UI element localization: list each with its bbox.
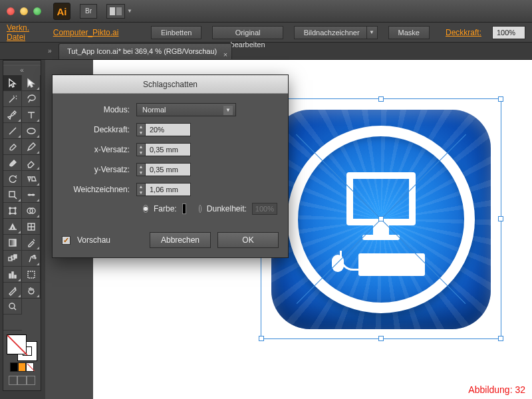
- pencil-tool[interactable]: [22, 139, 41, 155]
- mode-select[interactable]: Normal ▼: [136, 103, 236, 116]
- blend-tool[interactable]: [3, 251, 22, 267]
- selection-bounding-box[interactable]: [261, 98, 501, 339]
- mask-button[interactable]: Maske: [388, 26, 430, 39]
- draw-normal-icon[interactable]: [9, 376, 17, 385]
- image-trace-dropdown[interactable]: ▼: [367, 26, 378, 39]
- preview-checkbox[interactable]: ✓: [62, 236, 70, 245]
- dialog-opacity-input[interactable]: [146, 123, 191, 136]
- panel-grip[interactable]: [3, 61, 41, 66]
- mode-label: Modus:: [63, 105, 136, 114]
- y-offset-input[interactable]: [146, 163, 191, 176]
- bridge-button[interactable]: Br: [80, 4, 97, 19]
- selection-center-icon[interactable]: [378, 216, 384, 221]
- fill-swatch[interactable]: [7, 334, 27, 354]
- perspective-grid-tool[interactable]: [3, 219, 22, 235]
- resize-handle[interactable]: [498, 216, 503, 221]
- rotate-tool[interactable]: [3, 171, 22, 187]
- x-offset-input[interactable]: [146, 143, 191, 156]
- resize-handle[interactable]: [378, 96, 384, 102]
- column-graph-tool[interactable]: [3, 267, 22, 283]
- gradient-mode-icon[interactable]: [18, 362, 26, 372]
- svg-point-17: [9, 303, 15, 309]
- pen-tool[interactable]: [3, 107, 22, 123]
- document-tab-strip: » Tut_App Icon.ai* bei 369,4 % (RGB/Vors…: [0, 43, 532, 60]
- opacity-stepper[interactable]: ▲▼: [136, 123, 146, 136]
- arrange-dropdown-caret[interactable]: ▼: [127, 8, 132, 14]
- blur-input[interactable]: [146, 183, 191, 196]
- cancel-button[interactable]: Abbrechen: [150, 232, 211, 248]
- document-tab[interactable]: Tut_App Icon.ai* bei 369,4 % (RGB/Vorsch…: [59, 43, 232, 59]
- chevron-down-icon[interactable]: ▼: [223, 106, 233, 115]
- opacity-input[interactable]: [492, 26, 525, 39]
- eyedropper-tool[interactable]: [22, 235, 41, 251]
- darkness-radio[interactable]: [199, 205, 201, 213]
- lasso-tool[interactable]: [22, 91, 41, 107]
- scale-tool[interactable]: [3, 187, 22, 203]
- darkness-input: 100%: [252, 203, 277, 215]
- x-offset-label: x-Versatz:: [63, 145, 136, 154]
- y-offset-stepper[interactable]: ▲▼: [136, 163, 146, 176]
- resize-handle[interactable]: [259, 336, 264, 341]
- window-close-button[interactable]: [7, 7, 15, 15]
- selection-tool[interactable]: [3, 75, 22, 91]
- draw-inside-icon[interactable]: [27, 376, 35, 385]
- tabstrip-menu-icon[interactable]: »: [48, 47, 59, 55]
- eraser-tool[interactable]: [22, 155, 41, 171]
- ok-button[interactable]: OK: [217, 232, 279, 248]
- color-mode-icon[interactable]: [10, 362, 18, 372]
- symbol-sprayer-tool[interactable]: [22, 251, 41, 267]
- none-mode-icon[interactable]: [26, 362, 34, 372]
- hand-tool[interactable]: [22, 283, 41, 299]
- svg-point-0: [27, 128, 35, 134]
- draw-behind-icon[interactable]: [17, 376, 26, 385]
- darkness-radio-label: Dunkelheit:: [207, 204, 247, 213]
- slice-tool[interactable]: [3, 283, 22, 299]
- panel-collapse-icon[interactable]: «: [3, 66, 41, 75]
- blur-label: Weichzeichnen:: [63, 185, 136, 194]
- embed-button[interactable]: Einbetten: [151, 26, 201, 39]
- app-logo-icon: Ai: [53, 3, 70, 20]
- svg-point-15: [35, 257, 36, 259]
- magic-wand-tool[interactable]: [3, 91, 22, 107]
- resize-handle[interactable]: [498, 96, 503, 102]
- dialog-title[interactable]: Schlagschatten: [53, 75, 288, 94]
- blob-brush-tool[interactable]: [3, 155, 22, 171]
- paintbrush-tool[interactable]: [3, 139, 22, 155]
- ellipse-tool[interactable]: [22, 123, 41, 139]
- zoom-tool[interactable]: [3, 299, 22, 315]
- svg-point-14: [34, 255, 35, 257]
- x-offset-stepper[interactable]: ▲▼: [136, 143, 146, 156]
- color-radio[interactable]: [143, 205, 148, 213]
- options-bar: Verkn. Datei Computer_Pikto.ai Einbetten…: [0, 23, 532, 43]
- svg-rect-1: [9, 192, 15, 197]
- free-transform-tool[interactable]: [3, 203, 22, 219]
- svg-rect-16: [28, 271, 35, 278]
- window-minimize-button[interactable]: [20, 7, 28, 15]
- image-trace-button[interactable]: Bildnachzeichner: [294, 26, 367, 39]
- resize-handle[interactable]: [378, 336, 384, 341]
- svg-rect-13: [14, 255, 17, 258]
- opacity-label[interactable]: Deckkraft:: [446, 28, 481, 37]
- linked-file-label[interactable]: Verkn. Datei: [7, 23, 43, 42]
- line-tool[interactable]: [3, 123, 22, 139]
- linked-file-name[interactable]: Computer_Pikto.ai: [53, 28, 119, 37]
- reflect-tool[interactable]: [22, 171, 41, 187]
- artboard-tool[interactable]: [22, 267, 41, 283]
- shadow-color-chip[interactable]: [182, 203, 187, 214]
- resize-handle[interactable]: [498, 336, 503, 341]
- arrange-documents-button[interactable]: [106, 4, 125, 19]
- type-tool[interactable]: [22, 107, 41, 123]
- blur-stepper[interactable]: ▲▼: [136, 183, 146, 196]
- color-radio-label: Farbe:: [154, 204, 177, 213]
- gradient-tool[interactable]: [3, 235, 22, 251]
- width-tool[interactable]: [22, 187, 41, 203]
- y-offset-label: y-Versatz:: [63, 165, 136, 174]
- fill-stroke-swatch[interactable]: [7, 334, 37, 361]
- mesh-tool[interactable]: [22, 219, 41, 235]
- document-tab-title: Tut_App Icon.ai* bei 369,4 % (RGB/Vorsch…: [67, 47, 217, 55]
- window-zoom-button[interactable]: [33, 7, 41, 15]
- edit-original-button[interactable]: Original bearbeiten: [212, 26, 283, 39]
- direct-selection-tool[interactable]: [22, 75, 41, 91]
- shape-builder-tool[interactable]: [22, 203, 41, 219]
- svg-rect-10: [9, 239, 16, 246]
